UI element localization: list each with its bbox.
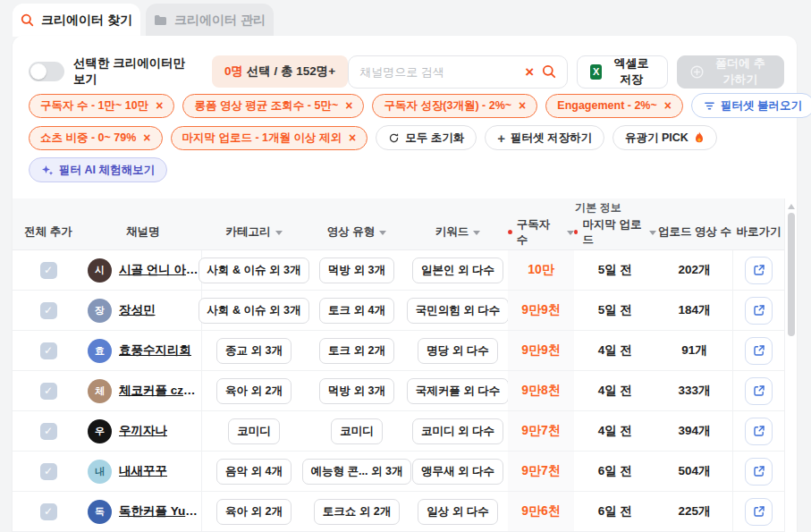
check-icon: ✓ (44, 265, 53, 275)
open-channel-button[interactable] (745, 458, 773, 486)
keyword-tag: 일본인 외 다수 (412, 258, 503, 283)
cell-subscribers: 9만7천 (508, 411, 574, 451)
folder-icon (154, 14, 167, 26)
cell-upload-count: 184개 (656, 291, 733, 330)
remove-filter-icon[interactable]: × (519, 99, 526, 112)
selected-only-toggle[interactable] (29, 62, 64, 81)
clear-search-icon[interactable]: × (525, 64, 534, 80)
header-category[interactable]: 카테고리 (202, 215, 306, 249)
subscriber-count: 9만8천 (521, 383, 561, 399)
cell-channel: 체 체코커플 czkorco... (84, 371, 202, 410)
cell-video-type: 먹방 외 3개 (306, 371, 408, 410)
cell-last-upload: 5일 전 (574, 291, 656, 330)
remove-filter-icon[interactable]: × (143, 131, 150, 144)
last-upload: 4일 전 (598, 342, 632, 359)
open-channel-button[interactable] (745, 377, 773, 405)
category-tag: 사회 & 이슈 외 3개 (199, 298, 310, 324)
cell-keyword: 일상 외 다수 (408, 492, 508, 531)
filter-ai-button[interactable]: 필터 AI 체험해보기 (29, 157, 167, 182)
header-last-upload[interactable]: 마지막 업로드 (574, 215, 656, 249)
row-checkbox[interactable]: ✓ (40, 423, 57, 440)
table-row: ✓ 내 내새꾸꾸 음악 외 4개 예능형 콘... 외 3개 앵무새 외 다수 … (13, 452, 784, 492)
scrollbar-up-arrow-icon[interactable] (788, 204, 795, 209)
remove-filter-icon[interactable]: × (664, 99, 672, 112)
cell-shortcut (733, 411, 784, 451)
last-upload: 4일 전 (598, 423, 632, 439)
filter-chip: Engagement - 2%~ × (545, 94, 683, 118)
remove-filter-icon[interactable]: × (345, 99, 352, 112)
cell-upload-count: 225개 (656, 492, 733, 531)
channel-name-link[interactable]: 시골 언니 아유미... (119, 262, 201, 278)
group-header-label: 기본 정보 (549, 200, 647, 215)
search-input[interactable] (359, 65, 517, 79)
total-count: 선택 / 총 152명+ (247, 64, 335, 78)
open-channel-button[interactable] (745, 337, 773, 365)
channel-name-link[interactable]: 효풍수지리회 (119, 342, 191, 359)
cell-channel: 내 내새꾸꾸 (84, 452, 202, 491)
row-checkbox[interactable]: ✓ (40, 262, 57, 279)
remove-filter-icon[interactable]: × (156, 99, 163, 112)
tab-label: 크리에이터 찾기 (41, 13, 132, 29)
add-to-folder-button[interactable]: 폴더에 추가하기 (677, 55, 784, 89)
video-type-tag: 토크쇼 외 2개 (314, 499, 400, 525)
open-channel-button[interactable] (745, 498, 773, 526)
channel-name-link[interactable]: 독한커플 Yunhoa... (119, 503, 201, 519)
cell-subscribers: 9만8천 (508, 371, 574, 410)
table-body: ✓ 시 시골 언니 아유미... 사회 & 이슈 외 3개 먹방 외 3개 일본… (13, 250, 784, 532)
controls-right: × X 엑셀로 저장 폴더에 추가하기 (348, 55, 784, 89)
row-checkbox[interactable]: ✓ (40, 302, 57, 319)
channel-name-link[interactable]: 체코커플 czkorco... (119, 383, 201, 399)
cell-category: 육아 외 2개 (202, 371, 306, 410)
cell-upload-count: 202개 (656, 250, 733, 290)
tab-creator-manage[interactable]: 크리에이터 관리 (146, 4, 274, 37)
load-filterset-button[interactable]: 필터셋 불러오기 (691, 93, 811, 118)
plus-icon: + (497, 131, 505, 145)
table-row: ✓ 효 효풍수지리회 종교 외 3개 토크 외 2개 명당 외 다수 9만9천 … (13, 331, 784, 371)
chevron-down-icon (379, 231, 386, 235)
reset-all-button[interactable]: 모두 초기화 (376, 125, 477, 150)
cell-channel: 효 효풍수지리회 (84, 331, 202, 370)
remove-filter-icon[interactable]: × (349, 131, 356, 144)
main-card: 선택한 크리에이터만 보기 0명 선택 / 총 152명+ × X 엑셀로 저장 (13, 36, 797, 532)
cell-last-upload: 6일 전 (574, 452, 656, 491)
row-checkbox[interactable]: ✓ (40, 383, 57, 400)
open-channel-button[interactable] (745, 257, 773, 284)
header-subscribers[interactable]: 구독자 수 (508, 215, 574, 249)
table-row: ✓ 독 독한커플 Yunhoa... 육아 외 2개 토크쇼 외 2개 일상 외… (13, 492, 784, 532)
open-channel-button[interactable] (745, 418, 773, 445)
row-checkbox[interactable]: ✓ (40, 463, 57, 480)
tab-creator-search[interactable]: 크리에이터 찾기 (13, 4, 140, 37)
filter-chip: 쇼츠 비중 - 0~ 79% × (29, 126, 163, 150)
cell-video-type: 예능형 콘... 외 3개 (306, 452, 408, 491)
filter-chips-row2: 쇼츠 비중 - 0~ 79% × 마지막 업로드 - 1개월 이상 제외 × (29, 126, 367, 150)
cell-video-type: 먹방 외 3개 (306, 250, 408, 290)
category-tag: 육아 외 2개 (216, 499, 291, 525)
tab-bar: 크리에이터 찾기 크리에이터 관리 (13, 4, 274, 37)
row-checkbox[interactable]: ✓ (40, 503, 57, 520)
category-tag: 코미디 (228, 418, 280, 444)
excel-export-button[interactable]: X 엑셀로 저장 (577, 55, 668, 89)
last-upload: 6일 전 (598, 503, 632, 519)
upload-count: 91개 (681, 342, 707, 359)
avatar: 우 (88, 419, 112, 443)
search-icon (21, 13, 34, 27)
cell-shortcut (733, 250, 784, 290)
cell-video-type: 토크쇼 외 2개 (306, 492, 408, 531)
row-checkbox[interactable]: ✓ (40, 342, 57, 359)
cell-subscribers: 9만7천 (508, 452, 574, 491)
channel-name-link[interactable]: 장성민 (119, 302, 156, 318)
cell-last-upload: 4일 전 (574, 331, 656, 370)
open-channel-button[interactable] (745, 297, 773, 325)
pick-button[interactable]: 유광기 PICK (612, 125, 717, 150)
header-shortcut: 바로가기 (733, 215, 784, 249)
header-keyword[interactable]: 키워드 (408, 215, 508, 249)
keyword-tag: 국제커플 외 다수 (407, 378, 509, 404)
scrollbar-thumb[interactable] (788, 213, 795, 336)
channel-name-link[interactable]: 우끼자나 (119, 423, 167, 439)
channel-name-link[interactable]: 내새꾸꾸 (119, 463, 167, 479)
header-video-type[interactable]: 영상 유형 (306, 215, 408, 249)
save-filterset-button[interactable]: + 필터셋 저장하기 (485, 125, 604, 150)
keyword-tag: 국민의힘 외 다수 (407, 298, 509, 324)
search-icon[interactable] (542, 64, 556, 79)
check-icon: ✓ (44, 506, 53, 517)
